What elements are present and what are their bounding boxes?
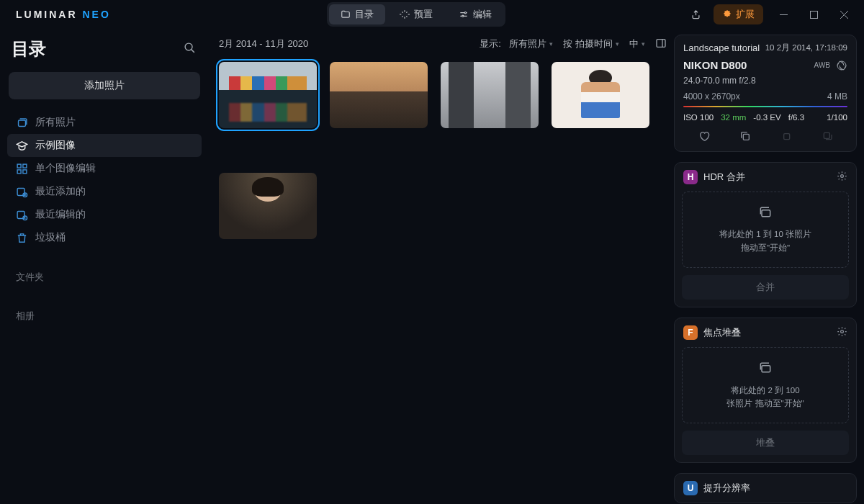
graduation-icon: [16, 140, 28, 152]
nav-recently-edited[interactable]: 最近编辑的: [7, 203, 202, 226]
right-panel: Landscape tutorial 10 2月 2014, 17:18:09 …: [671, 29, 864, 504]
svg-rect-24: [824, 132, 829, 138]
photo-thumb[interactable]: [219, 62, 317, 128]
svg-point-0: [464, 12, 466, 14]
svg-point-1: [462, 15, 463, 17]
sidebar-title: 目录: [12, 37, 46, 60]
focus-stack-button[interactable]: 堆叠: [682, 431, 849, 455]
svg-rect-12: [23, 169, 27, 173]
drop-hint: 张照片 拖动至"开始": [726, 399, 804, 408]
catalog-toolbar: 2月 2014 - 11月 2020 显示: 所有照片 ▾ 按 拍摄时间 ▾ 中…: [209, 29, 671, 59]
share-button[interactable]: [683, 2, 708, 27]
images-icon: [758, 361, 773, 375]
titlebar: LUMINAR NEO 目录 预置 编辑 扩展: [0, 0, 864, 29]
sort-by[interactable]: 按 拍摄时间 ▾: [563, 37, 619, 50]
crop-icon: [780, 130, 792, 142]
view-toggle[interactable]: [655, 37, 667, 51]
hdr-dropzone[interactable]: 将此处的 1 到 10 张照片 拖动至"开始": [682, 192, 849, 268]
panel-title: 提升分辨率: [703, 482, 750, 495]
folder-icon: [341, 9, 351, 19]
nav-trash[interactable]: 垃圾桶: [7, 226, 202, 249]
hdr-panel: H HDR 合并 将此处的 1 到 10 张照片 拖动至"开始" 合并: [674, 162, 857, 307]
recent-add-icon: [16, 186, 28, 198]
nav-label: 单个图像编辑: [35, 162, 96, 175]
nav-label: 示例图像: [35, 139, 76, 152]
svg-rect-11: [17, 169, 21, 173]
awb-badge: AWB: [814, 61, 830, 69]
panel-settings[interactable]: [837, 171, 847, 184]
photo-date: 10 2月 2014, 17:18:09: [765, 42, 847, 53]
nav-single-edits[interactable]: 单个图像编辑: [7, 157, 202, 180]
svg-rect-3: [810, 11, 817, 18]
drop-hint: 拖动至"开始": [741, 243, 790, 252]
hdr-merge-button[interactable]: 合并: [682, 275, 849, 300]
show-prefix: 显示:: [480, 37, 501, 50]
photo-thumb[interactable]: [552, 62, 649, 128]
iso-value: ISO 100: [683, 113, 714, 122]
upscale-panel: U 提升分辨率: [674, 473, 857, 503]
photo-thumb[interactable]: [330, 62, 428, 128]
chevron-down-icon: ▾: [549, 40, 553, 48]
tab-presets[interactable]: 预置: [388, 4, 444, 24]
mode-tabs: 目录 预置 编辑: [327, 2, 505, 27]
share-icon: [690, 9, 701, 20]
svg-rect-8: [19, 120, 26, 126]
extensions-button[interactable]: 扩展: [714, 4, 763, 24]
focus-panel: F 焦点堆叠 将此处的 2 到 100 张照片 拖动至"开始" 堆叠: [674, 318, 857, 463]
photo-title: Landscape tutorial: [683, 42, 760, 53]
size-label: 中: [629, 37, 639, 50]
photo-thumb[interactable]: [219, 173, 317, 239]
svg-rect-26: [762, 210, 770, 217]
photo-grid: [209, 59, 671, 504]
copy-icon: [739, 130, 751, 142]
drop-hint: 将此处的 1 到 10 张照片: [719, 230, 811, 238]
section-albums[interactable]: 相册: [7, 305, 202, 327]
drop-hint: 将此处的 2 到 100: [731, 386, 799, 395]
search-button[interactable]: [184, 42, 196, 57]
nav-label: 所有照片: [35, 116, 76, 129]
show-value: 所有照片: [509, 37, 546, 50]
nav-label: 最近编辑的: [35, 208, 86, 221]
tab-catalog[interactable]: 目录: [329, 4, 385, 24]
svg-rect-19: [657, 39, 665, 47]
svg-rect-23: [783, 134, 789, 140]
focus-dropzone[interactable]: 将此处的 2 到 100 张照片 拖动至"开始": [682, 347, 849, 423]
sidebar: 目录 添加照片 所有照片 示例图像 单个图像编辑 最近添加的: [0, 29, 209, 504]
copy-button[interactable]: [739, 130, 751, 144]
svg-rect-10: [23, 164, 27, 168]
photo-thumb[interactable]: [441, 62, 539, 128]
histogram-bar: [683, 106, 847, 107]
tab-edit[interactable]: 编辑: [447, 4, 503, 24]
date-range: 2月 2014 - 11月 2020: [219, 37, 308, 50]
add-photos-button[interactable]: 添加照片: [9, 72, 200, 99]
grid-icon: [16, 163, 28, 175]
favorite-button[interactable]: [698, 130, 710, 144]
close-button[interactable]: [829, 3, 858, 26]
svg-rect-28: [762, 366, 770, 372]
nav-sample-images[interactable]: 示例图像: [7, 134, 202, 157]
nav-recently-added[interactable]: 最近添加的: [7, 180, 202, 203]
upscale-icon: U: [683, 481, 698, 495]
maximize-button[interactable]: [799, 3, 828, 26]
panel-settings[interactable]: [837, 326, 847, 340]
section-folders[interactable]: 文件夹: [7, 266, 202, 288]
shutter-speed: 1/100: [827, 113, 847, 122]
thumb-size[interactable]: 中 ▾: [629, 37, 645, 50]
app-logo: LUMINAR NEO: [16, 9, 111, 20]
crop-button[interactable]: [780, 130, 792, 144]
dimensions: 4000 x 2670px: [683, 91, 740, 102]
filter-show[interactable]: 显示: 所有照片 ▾: [480, 37, 553, 50]
svg-rect-22: [743, 134, 749, 140]
minimize-button[interactable]: [769, 3, 798, 26]
camera-model: NIKON D800: [683, 59, 747, 71]
images-icon: [758, 205, 773, 220]
exposure-comp: -0.3 EV: [753, 113, 780, 122]
layers-button[interactable]: [822, 130, 833, 144]
nav-all-photos[interactable]: 所有照片: [7, 111, 202, 134]
gear-icon: [837, 171, 847, 181]
tab-label: 编辑: [473, 8, 492, 21]
aperture-icon: [836, 60, 847, 71]
sort-label: 按 拍摄时间: [563, 37, 613, 50]
trash-icon: [16, 232, 28, 244]
svg-point-27: [841, 330, 844, 333]
